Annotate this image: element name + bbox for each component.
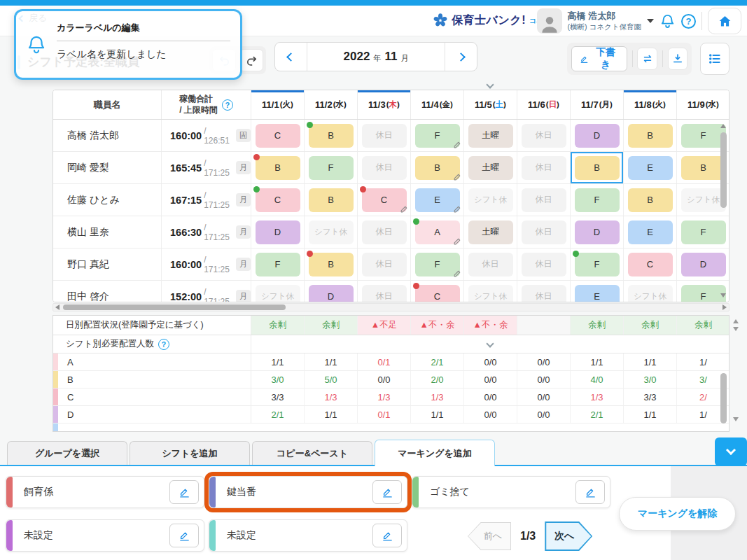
- next-page-button[interactable]: 次へ: [545, 522, 592, 551]
- shift-cell[interactable]: シフト休: [305, 216, 358, 248]
- shift-cell[interactable]: F: [571, 184, 624, 216]
- shift-cell[interactable]: C: [251, 120, 305, 151]
- date-header-4[interactable]: 11/4(金): [411, 90, 464, 119]
- shift-cell[interactable]: 土曜: [464, 216, 517, 248]
- user-info[interactable]: 高橋 浩太郎 (横断) コネクト保育園: [568, 10, 641, 31]
- shift-cell[interactable]: F: [571, 248, 624, 280]
- shift-cell[interactable]: 土曜: [464, 120, 517, 151]
- shift-cell[interactable]: シフト休: [464, 281, 517, 302]
- staff-name-cell[interactable]: 野口 真紀: [53, 248, 162, 280]
- marking-label-card[interactable]: 未設定: [209, 519, 407, 552]
- scroll-left-icon[interactable]: [55, 304, 60, 310]
- shift-cell[interactable]: 休日: [358, 216, 411, 248]
- date-header-8[interactable]: 11/8(火): [624, 90, 677, 119]
- notifications-bell-icon[interactable]: [659, 13, 676, 29]
- shift-cell[interactable]: E: [411, 184, 464, 216]
- shift-cell[interactable]: B: [305, 184, 358, 216]
- marking-label-card[interactable]: ゴミ捨て: [412, 476, 610, 508]
- date-header-2[interactable]: 11/2(水): [305, 90, 358, 119]
- staff-name-cell[interactable]: 高橋 浩太郎: [53, 120, 162, 151]
- shift-cell[interactable]: 休日: [517, 281, 571, 302]
- marking-label-card[interactable]: 飼育係: [6, 476, 204, 508]
- staff-name-cell[interactable]: 横山 里奈: [53, 216, 162, 248]
- shift-cell[interactable]: B: [305, 248, 358, 280]
- horizontal-scrollbar[interactable]: [53, 303, 729, 312]
- scroll-right-icon[interactable]: [722, 304, 727, 310]
- help-icon[interactable]: ?: [681, 14, 696, 29]
- help-icon[interactable]: ?: [158, 339, 169, 350]
- tab-3[interactable]: コピー&ペースト: [252, 441, 372, 465]
- scroll-down-icon[interactable]: [733, 327, 739, 331]
- date-header-3[interactable]: 11/3(木): [358, 90, 411, 119]
- marking-label-card[interactable]: 未設定: [6, 519, 204, 552]
- user-dropdown-caret-icon[interactable]: [647, 19, 654, 23]
- help-icon[interactable]: ?: [222, 99, 233, 111]
- staff-name-cell[interactable]: 田中 啓介: [53, 281, 162, 302]
- shift-cell[interactable]: D: [305, 281, 358, 302]
- scrollbar-thumb[interactable]: [720, 373, 727, 424]
- edit-label-button[interactable]: [372, 524, 402, 547]
- shift-cell[interactable]: 休日: [517, 152, 571, 183]
- edit-label-button[interactable]: [575, 480, 605, 504]
- summary-vertical-scrollbar[interactable]: [720, 372, 727, 430]
- marking-label-card[interactable]: 鍵当番: [209, 476, 407, 508]
- prev-month-button[interactable]: [275, 43, 307, 71]
- collapse-dates-chevron-icon[interactable]: [486, 80, 494, 88]
- scroll-up-icon[interactable]: [720, 124, 726, 128]
- shift-cell[interactable]: 休日: [517, 216, 571, 248]
- prev-page-button[interactable]: 前へ: [468, 522, 511, 550]
- draft-button[interactable]: 下書き: [571, 46, 627, 71]
- date-header-1[interactable]: 11/1(火): [251, 90, 305, 119]
- shift-cell[interactable]: シフト休: [251, 281, 305, 302]
- edit-label-button[interactable]: [372, 480, 402, 504]
- shift-cell[interactable]: E: [571, 281, 624, 302]
- scroll-up-icon[interactable]: [733, 319, 739, 323]
- collapse-panel-button[interactable]: [715, 438, 747, 466]
- outer-scroll-arrows[interactable]: [733, 319, 739, 331]
- shift-cell[interactable]: E: [624, 152, 677, 183]
- shift-cell[interactable]: 休日: [464, 248, 517, 280]
- shift-cell[interactable]: B: [571, 152, 624, 183]
- list-view-button[interactable]: [700, 43, 729, 75]
- shift-cell[interactable]: D: [571, 216, 624, 248]
- shift-cell[interactable]: F: [251, 248, 305, 280]
- scroll-down-icon[interactable]: [720, 293, 726, 298]
- home-button[interactable]: [708, 8, 741, 34]
- redo-button[interactable]: [239, 49, 263, 71]
- scrollbar-thumb[interactable]: [63, 304, 286, 310]
- shift-cell[interactable]: 休日: [358, 120, 411, 151]
- date-header-6[interactable]: 11/6(日): [517, 90, 571, 119]
- shift-cell[interactable]: 休日: [517, 184, 571, 216]
- scrollbar-thumb[interactable]: [720, 132, 727, 208]
- shift-cell[interactable]: 休日: [517, 120, 571, 151]
- shift-cell[interactable]: F: [305, 152, 358, 183]
- shift-cell[interactable]: B: [624, 120, 677, 151]
- shift-cell[interactable]: 休日: [517, 248, 571, 280]
- shift-cell[interactable]: シフト休: [624, 281, 677, 302]
- shift-cell[interactable]: 休日: [358, 248, 411, 280]
- shift-cell[interactable]: A: [411, 216, 464, 248]
- vertical-scrollbar[interactable]: [720, 121, 727, 300]
- shift-cell[interactable]: B: [305, 120, 358, 151]
- shift-cell[interactable]: 休日: [358, 281, 411, 302]
- unmark-button[interactable]: マーキングを解除: [619, 497, 736, 531]
- tab-4[interactable]: マーキングを追加: [375, 440, 495, 466]
- shift-cell[interactable]: B: [624, 184, 677, 216]
- date-header-9[interactable]: 11/9(水): [677, 90, 729, 119]
- staff-name-cell[interactable]: 佐藤 ひとみ: [53, 184, 162, 216]
- shift-cell[interactable]: C: [251, 184, 305, 216]
- shift-cell[interactable]: E: [624, 216, 677, 248]
- date-header-7[interactable]: 11/7(月): [571, 90, 624, 119]
- date-header-5[interactable]: 11/5(土): [464, 90, 517, 119]
- edit-label-button[interactable]: [169, 524, 199, 547]
- next-month-button[interactable]: [445, 43, 477, 71]
- shift-cell[interactable]: D: [251, 216, 305, 248]
- staff-name-cell[interactable]: 岡崎 愛梨: [53, 152, 162, 183]
- shift-cell[interactable]: 休日: [358, 152, 411, 183]
- shift-cell[interactable]: F: [411, 120, 464, 151]
- tab-1[interactable]: グループを選択: [7, 441, 127, 465]
- shift-cell[interactable]: B: [411, 152, 464, 183]
- shift-cell[interactable]: 土曜: [464, 152, 517, 183]
- avatar[interactable]: [537, 8, 562, 34]
- shift-cell[interactable]: B: [251, 152, 305, 183]
